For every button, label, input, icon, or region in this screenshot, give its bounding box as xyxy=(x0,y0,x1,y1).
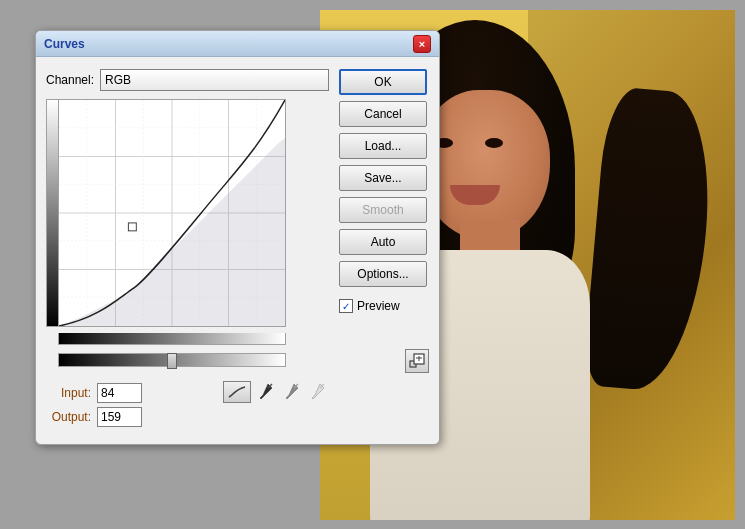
preview-checkbox[interactable]: ✓ xyxy=(339,299,353,313)
io-section: Input: Output: xyxy=(46,379,329,427)
curve-panel: Channel: RGB Red Green Blue xyxy=(46,67,329,427)
expand-icon[interactable] xyxy=(405,349,429,373)
curve-editor-container xyxy=(46,99,329,327)
bottom-gradient-row xyxy=(58,333,329,345)
curve-editor[interactable] xyxy=(58,99,286,327)
gradient-bottom xyxy=(58,333,286,345)
curves-dialog: Curves × Channel: RGB Red Green Blue xyxy=(35,30,440,445)
black-eyedropper-button[interactable] xyxy=(255,381,277,403)
io-fields: Input: Output: xyxy=(46,383,142,427)
channel-select-wrapper[interactable]: RGB Red Green Blue xyxy=(100,69,329,91)
dialog-titlebar: Curves × xyxy=(36,31,439,57)
close-button[interactable]: × xyxy=(413,35,431,53)
curve-mode-button[interactable] xyxy=(223,381,251,403)
auto-button[interactable]: Auto xyxy=(339,229,427,255)
input-row: Input: xyxy=(46,383,142,403)
output-slider[interactable] xyxy=(58,353,286,367)
output-slider-container xyxy=(58,353,329,367)
preview-label: Preview xyxy=(357,299,400,313)
smooth-button[interactable]: Smooth xyxy=(339,197,427,223)
buttons-panel: OK Cancel Load... Save... Smooth Auto Op… xyxy=(339,67,429,427)
gray-eyedropper-button[interactable] xyxy=(281,381,303,403)
channel-row: Channel: RGB Red Green Blue xyxy=(46,67,329,93)
output-label: Output: xyxy=(46,410,91,424)
slider-handle[interactable] xyxy=(167,353,177,369)
output-field[interactable] xyxy=(97,407,142,427)
options-button[interactable]: Options... xyxy=(339,261,427,287)
white-eyedropper-button[interactable] xyxy=(307,381,329,403)
svg-rect-14 xyxy=(128,223,136,231)
output-row: Output: xyxy=(46,407,142,427)
channel-select[interactable]: RGB Red Green Blue xyxy=(100,69,329,91)
cancel-button[interactable]: Cancel xyxy=(339,101,427,127)
gradient-left xyxy=(46,99,58,327)
load-button[interactable]: Load... xyxy=(339,133,427,159)
expand-area xyxy=(339,349,429,373)
preview-row: ✓ Preview xyxy=(339,299,429,313)
curve-grid-svg xyxy=(59,100,285,326)
dialog-title: Curves xyxy=(44,37,85,51)
save-button[interactable]: Save... xyxy=(339,165,427,191)
input-label: Input: xyxy=(46,386,91,400)
input-field[interactable] xyxy=(97,383,142,403)
ok-button[interactable]: OK xyxy=(339,69,427,95)
channel-label: Channel: xyxy=(46,73,94,87)
tools-area xyxy=(223,381,329,403)
